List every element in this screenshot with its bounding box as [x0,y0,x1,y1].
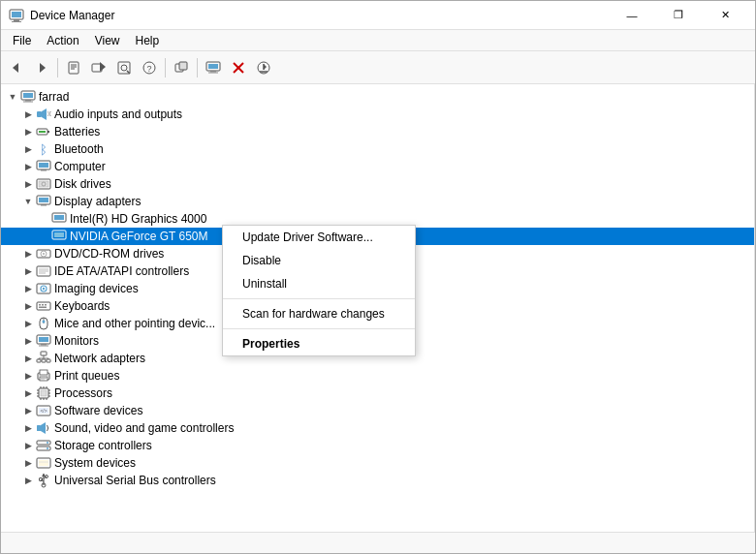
toolbar-remove-button[interactable] [227,56,250,79]
tree-item-bluetooth[interactable]: ▶ ᛒ Bluetooth [1,140,754,158]
disk-expander[interactable]: ▶ [20,175,36,193]
print-expander[interactable]: ▶ [20,367,36,385]
tree-item-audio[interactable]: ▶ )))) Audio inputs and outputs [1,106,754,123]
svg-rect-74 [39,346,48,347]
menu-view[interactable]: View [87,32,128,49]
svg-rect-67 [39,307,47,309]
menu-help[interactable]: Help [128,32,168,49]
toolbar-sep-2 [165,58,166,77]
display-label: Display adapters [54,195,141,208]
svg-rect-18 [179,62,187,70]
menu-action[interactable]: Action [39,32,86,49]
usb-icon [36,473,51,488]
tree-item-print[interactable]: ▶ Print queues [1,367,754,385]
network-icon [36,351,51,366]
toolbar: ? [1,51,755,84]
dvd-label: DVD/CD-ROM drives [54,247,164,261]
software-expander[interactable]: ▶ [20,402,36,419]
svg-rect-77 [42,359,46,362]
dvd-expander[interactable]: ▶ [20,245,36,262]
disk-icon [36,176,51,192]
tree-item-system[interactable]: ▶ System devices [1,454,754,472]
tree-item-batteries[interactable]: ▶ Batteries [1,123,754,140]
ide-expander[interactable]: ▶ [20,262,36,280]
batteries-expander[interactable]: ▶ [20,123,36,140]
main-area: ▼ farrad ▶ [1,84,755,532]
tree-item-storage[interactable]: ▶ Storage controllers [1,437,754,454]
svg-text:</>: </> [40,408,47,414]
root-expander[interactable]: ▼ [5,88,20,106]
svg-marker-34 [42,108,47,120]
storage-expander[interactable]: ▶ [20,437,36,454]
toolbar-properties-button[interactable] [62,56,85,79]
toolbar-scan-button[interactable] [112,56,136,79]
toolbar-download-button[interactable] [252,56,275,79]
ide-icon [36,263,51,279]
svg-rect-41 [39,163,48,168]
toolbar-sep-1 [57,58,58,77]
svg-point-110 [47,447,48,449]
svg-rect-76 [37,359,41,362]
battery-icon [36,124,51,139]
minimize-button[interactable]: — [610,1,654,30]
toolbar-forward-button[interactable] [30,56,53,79]
tree-item-display[interactable]: ▼ Display adapters [1,193,754,210]
sound-label: Sound, video and game controllers [54,421,234,435]
svg-rect-6 [69,62,79,74]
monitors-expander[interactable]: ▶ [20,332,36,350]
svg-rect-1 [12,12,21,17]
close-button[interactable]: ✕ [703,1,747,30]
nvidia-icon [51,229,67,244]
tree-root[interactable]: ▼ farrad [1,88,754,106]
toolbar-help-button[interactable]: ? [138,56,161,79]
svg-point-13 [121,65,127,71]
tree-item-computer[interactable]: ▶ Computer [1,158,754,175]
processors-label: Processors [54,386,112,400]
display-expander[interactable]: ▼ [20,193,36,210]
sound-expander[interactable]: ▶ [20,419,36,437]
svg-rect-65 [42,304,44,306]
menu-file[interactable]: File [5,32,39,49]
toolbar-monitor-button[interactable] [202,56,225,79]
tree-item-software[interactable]: ▶ </> Software devices [1,402,754,419]
tree-item-usb[interactable]: ▶ Universal Serial Bus controllers [1,472,754,489]
svg-rect-22 [208,72,218,73]
restore-button[interactable]: ❐ [656,1,701,30]
svg-rect-72 [39,337,48,342]
svg-rect-20 [208,64,218,69]
svg-rect-105 [37,425,41,431]
title-bar-icon [9,8,24,23]
mice-expander[interactable]: ▶ [20,315,36,332]
svg-rect-31 [25,100,31,102]
network-expander[interactable]: ▶ [20,350,36,367]
keyboards-expander[interactable]: ▶ [20,297,36,315]
processors-expander[interactable]: ▶ [20,385,36,402]
context-scan[interactable]: Scan for hardware changes [223,302,415,325]
context-properties[interactable]: Properties [223,332,415,355]
context-disable[interactable]: Disable [223,249,415,272]
device-manager-window: Device Manager — ❐ ✕ File Action View He… [0,0,756,554]
bluetooth-expander[interactable]: ▶ [20,140,36,158]
svg-rect-33 [37,111,42,117]
tree-item-disk[interactable]: ▶ Disk drives [1,175,754,193]
svg-text:)))): )))) [47,110,51,116]
toolbar-back-button[interactable] [5,56,28,79]
tree-item-sound[interactable]: ▶ Sound, video and game controllers [1,419,754,437]
system-icon [36,455,51,471]
imaging-expander[interactable]: ▶ [20,280,36,297]
print-icon [36,368,51,384]
context-menu: Update Driver Software... Disable Uninst… [222,225,416,356]
svg-rect-38 [47,131,49,133]
usb-expander[interactable]: ▶ [20,472,36,489]
context-uninstall[interactable]: Uninstall [223,272,415,295]
context-update-driver[interactable]: Update Driver Software... [223,226,415,249]
audio-expander[interactable]: ▶ [20,106,36,123]
window-title: Device Manager [30,9,610,22]
toolbar-show-hidden-button[interactable] [170,56,193,79]
root-label: farrad [39,90,69,104]
computer-tree-icon [36,159,51,174]
computer-expander[interactable]: ▶ [20,158,36,175]
system-expander[interactable]: ▶ [20,454,36,472]
tree-item-processors[interactable]: ▶ [1,385,754,402]
toolbar-update-button[interactable] [87,56,110,79]
